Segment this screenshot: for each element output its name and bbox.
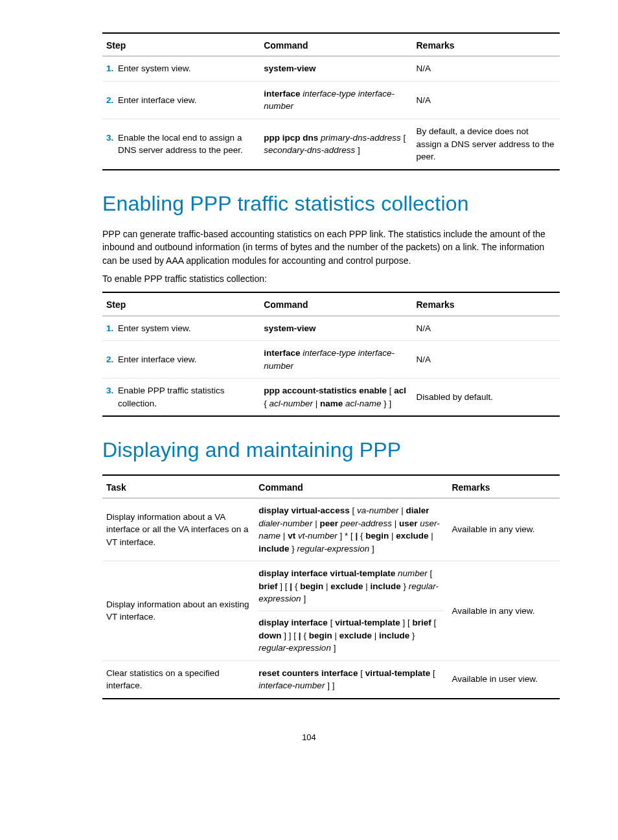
table-row: Display information about a VA interface…: [102, 498, 560, 561]
cell-remarks: N/A: [413, 341, 560, 379]
heading-display: Displaying and maintaining PPP: [102, 435, 560, 465]
step-number: 3.: [106, 384, 118, 410]
th-task: Task: [102, 475, 255, 498]
table-row: 2.Enter interface view.interface interfa…: [102, 81, 560, 119]
table-row: 1.Enter system view.system-viewN/A: [102, 316, 560, 341]
step-number: 1.: [106, 62, 118, 75]
cell-remarks: Disabled by default.: [413, 379, 560, 417]
table-row: 2.Enter interface view.interface interfa…: [102, 341, 560, 379]
th-remarks: Remarks: [413, 33, 560, 56]
cell-step: 2.Enter interface view.: [102, 341, 260, 379]
cell-step: 2.Enter interface view.: [102, 81, 260, 119]
step-text: Enable PPP traffic statistics collection…: [118, 384, 256, 410]
cell-task: Display information about an existing VT…: [102, 561, 255, 660]
heading-enabling: Enabling PPP traffic statistics collecti…: [102, 189, 560, 218]
cell-command: display interface virtual-template numbe…: [255, 561, 448, 660]
cell-step: 1.Enter system view.: [102, 56, 260, 82]
cell-command: system-view: [260, 56, 412, 82]
cell-command: reset counters interface [ virtual-templ…: [255, 660, 448, 699]
cell-remarks: Available in user view.: [448, 660, 560, 699]
table-traffic-body: 1.Enter system view.system-viewN/A2.Ente…: [102, 316, 560, 416]
cell-command: ppp account-statistics enable [ acl { ac…: [260, 379, 412, 417]
cell-step: 1.Enter system view.: [102, 316, 260, 341]
page-number: 104: [58, 732, 560, 744]
cell-command: interface interface-type interface-numbe…: [260, 81, 412, 119]
cell-command: display virtual-access [ va-number | dia…: [255, 498, 448, 561]
th-command: Command: [255, 475, 448, 498]
table-row: Display information about an existing VT…: [102, 561, 560, 660]
th-remarks: Remarks: [448, 475, 560, 498]
table-dns: Step Command Remarks 1.Enter system view…: [102, 32, 560, 170]
table-display-body: Display information about a VA interface…: [102, 498, 560, 699]
cell-remarks: Available in any view.: [448, 561, 560, 660]
table-dns-body: 1.Enter system view.system-viewN/A2.Ente…: [102, 56, 560, 170]
th-command: Command: [260, 33, 412, 56]
step-number: 3.: [106, 132, 118, 157]
table-row: 3.Enable the local end to assign a DNS s…: [102, 119, 560, 169]
step-text: Enter interface view.: [118, 353, 256, 366]
step-text: Enter interface view.: [118, 94, 256, 107]
cell-remarks: N/A: [413, 56, 560, 82]
th-step: Step: [102, 292, 260, 316]
cell-remarks: By default, a device does not assign a D…: [413, 119, 560, 169]
step-text: Enable the local end to assign a DNS ser…: [118, 132, 256, 157]
table-row: 3.Enable PPP traffic statistics collecti…: [102, 379, 560, 417]
step-number: 2.: [106, 94, 118, 107]
step-text: Enter system view.: [118, 62, 256, 75]
table-row: 1.Enter system view.system-viewN/A: [102, 56, 560, 82]
cell-task: Clear statistics on a specified interfac…: [102, 660, 255, 699]
cell-command: ppp ipcp dns primary-dns-address [ secon…: [260, 119, 412, 169]
table-traffic: Step Command Remarks 1.Enter system view…: [102, 292, 560, 417]
cell-remarks: N/A: [413, 81, 560, 119]
step-number: 1.: [106, 322, 118, 335]
cell-remarks: N/A: [413, 316, 560, 341]
cell-command: interface interface-type interface-numbe…: [260, 341, 412, 379]
cell-step: 3.Enable PPP traffic statistics collecti…: [102, 379, 260, 417]
table-display: Task Command Remarks Display information…: [102, 474, 560, 699]
cell-task: Display information about a VA interface…: [102, 498, 255, 561]
cell-remarks: Available in any view.: [448, 498, 560, 561]
para-intro: PPP can generate traffic-based accountin…: [102, 228, 560, 267]
table-row: Clear statistics on a specified interfac…: [102, 660, 560, 699]
step-text: Enter system view.: [118, 322, 256, 335]
cell-command: system-view: [260, 316, 412, 341]
cell-step: 3.Enable the local end to assign a DNS s…: [102, 119, 260, 169]
th-step: Step: [102, 33, 260, 56]
th-command: Command: [260, 292, 412, 316]
step-number: 2.: [106, 353, 118, 366]
th-remarks: Remarks: [413, 292, 560, 316]
para-lead: To enable PPP traffic statistics collect…: [102, 272, 560, 285]
